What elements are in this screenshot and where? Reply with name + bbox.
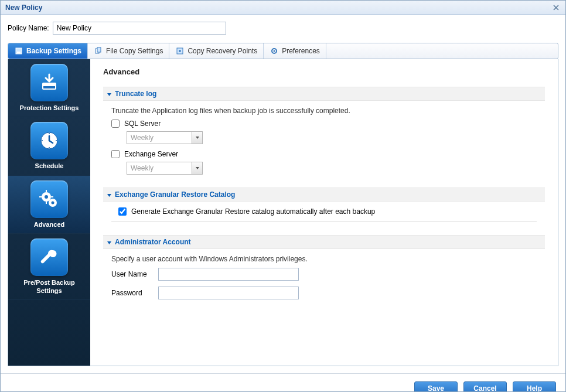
- policy-name-input[interactable]: [53, 22, 226, 35]
- svg-rect-3: [97, 47, 101, 52]
- exchange-server-checkbox[interactable]: [111, 150, 120, 158]
- sql-server-checkbox[interactable]: [111, 120, 120, 128]
- catalog-checkbox[interactable]: [118, 207, 127, 216]
- cancel-button[interactable]: Cancel: [463, 381, 507, 393]
- password-label: Password: [111, 289, 158, 297]
- section-header-admin[interactable]: Administrator Account: [103, 235, 545, 249]
- chevron-down-icon: [107, 192, 112, 197]
- tab-label: File Copy Settings: [106, 47, 163, 55]
- disk-icon: [14, 46, 23, 56]
- chevron-down-icon: [192, 162, 202, 174]
- svg-point-12: [56, 140, 57, 141]
- sidebar-label: Advanced: [11, 220, 88, 229]
- section-header-truncate[interactable]: Truncate log: [103, 87, 545, 101]
- sidebar-label: Schedule: [11, 162, 88, 170]
- recovery-icon: [175, 46, 185, 56]
- sidebar-item-schedule[interactable]: Schedule: [8, 117, 90, 175]
- exchange-server-label: Exchange Server: [124, 150, 178, 158]
- gear-icon: [270, 46, 279, 56]
- admin-desc: Specify a user account with Windows Admi…: [111, 255, 537, 263]
- advanced-panel: Advanced Truncate log Truncate the Appli…: [90, 59, 558, 366]
- section-title: Truncate log: [115, 90, 156, 98]
- close-icon[interactable]: [551, 3, 561, 12]
- exchange-period-select[interactable]: Weekly: [127, 162, 203, 175]
- tab-strip: Backup Settings File Copy Settings Copy …: [8, 43, 558, 59]
- svg-rect-8: [43, 86, 55, 88]
- protection-icon: [30, 64, 68, 101]
- tab-backup-settings[interactable]: Backup Settings: [8, 43, 88, 59]
- tab-preferences[interactable]: Preferences: [264, 43, 326, 59]
- dialog-footer: Save Cancel Help: [1, 373, 565, 392]
- username-label: User Name: [111, 270, 158, 278]
- help-button[interactable]: Help: [513, 381, 556, 393]
- wrench-icon: [30, 238, 68, 276]
- svg-point-17: [45, 195, 48, 199]
- sidebar: Protection Settings Schedule: [8, 59, 90, 366]
- section-title: Administrator Account: [115, 238, 191, 246]
- username-input[interactable]: [158, 268, 299, 281]
- svg-rect-1: [17, 52, 21, 53]
- tab-file-copy-settings[interactable]: File Copy Settings: [88, 43, 169, 59]
- clock-icon: [30, 122, 68, 159]
- section-truncate-log: Truncate log Truncate the Application lo…: [103, 87, 545, 175]
- sql-period-value: Weekly: [131, 134, 154, 142]
- section-exchange-catalog: Exchange Granular Restore Catalog Genera…: [103, 188, 545, 222]
- file-copy-icon: [94, 46, 103, 56]
- svg-point-13: [49, 147, 50, 148]
- exchange-period-value: Weekly: [131, 164, 154, 172]
- section-title: Exchange Granular Restore Catalog: [115, 190, 235, 199]
- sidebar-item-prepost[interactable]: Pre/Post Backup Settings: [8, 234, 90, 301]
- sidebar-label: Protection Settings: [11, 104, 88, 112]
- panel-heading: Advanced: [103, 67, 545, 76]
- window-title: New Policy: [5, 4, 42, 12]
- tab-label: Copy Recovery Points: [187, 47, 257, 55]
- tab-label: Backup Settings: [26, 47, 81, 55]
- chevron-down-icon: [107, 91, 112, 97]
- section-header-catalog[interactable]: Exchange Granular Restore Catalog: [103, 188, 545, 202]
- sidebar-item-advanced[interactable]: Advanced: [8, 176, 90, 234]
- sidebar-label: Pre/Post Backup Settings: [11, 278, 88, 295]
- svg-point-18: [52, 201, 54, 204]
- section-admin-account: Administrator Account Specify a user acc…: [103, 235, 545, 299]
- policy-name-label: Policy Name:: [8, 24, 49, 32]
- gears-icon: [30, 180, 68, 218]
- sql-period-select[interactable]: Weekly: [127, 131, 203, 144]
- chevron-down-icon: [192, 132, 202, 144]
- svg-point-11: [49, 133, 50, 134]
- save-button[interactable]: Save: [414, 381, 458, 393]
- svg-point-14: [42, 140, 43, 141]
- svg-point-6: [274, 50, 275, 52]
- catalog-label: Generate Exchange Granular Restore catal…: [131, 207, 375, 216]
- tab-copy-recovery-points[interactable]: Copy Recovery Points: [169, 43, 264, 59]
- sql-server-label: SQL Server: [124, 120, 161, 128]
- title-bar: New Policy: [1, 1, 565, 15]
- chevron-down-icon: [107, 239, 112, 245]
- password-input[interactable]: [158, 287, 299, 299]
- sidebar-item-protection[interactable]: Protection Settings: [8, 59, 90, 117]
- truncate-desc: Truncate the Application log files when …: [111, 107, 537, 115]
- tab-label: Preferences: [282, 47, 320, 55]
